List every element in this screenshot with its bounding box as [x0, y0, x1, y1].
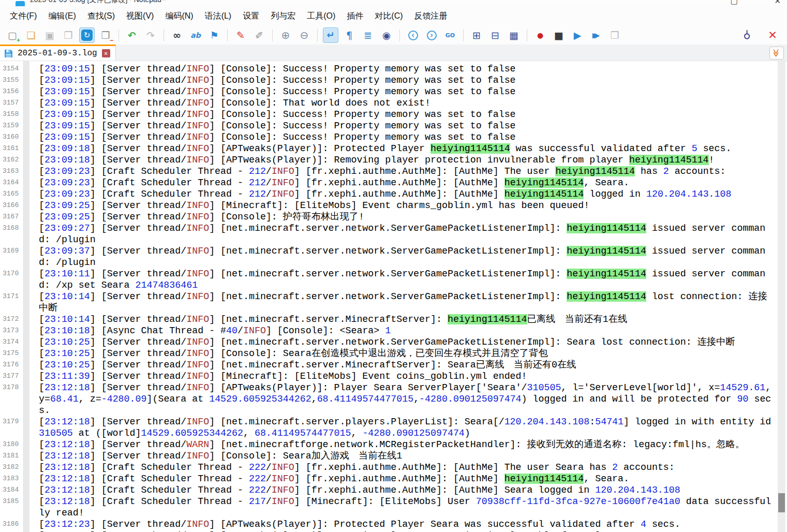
zoom-out-button[interactable]: ⊖ [296, 27, 312, 43]
menu-item-column-macro[interactable]: 列与宏 [265, 6, 301, 26]
line-number: 3162 [0, 154, 23, 166]
editor[interactable]: 3154[23:09:15] [Server thread/INFO] [Con… [0, 61, 787, 532]
show-symbols-button[interactable]: ◉ [379, 27, 394, 43]
log-text: [23:12:18] [Craft Scheduler Thread - 222… [30, 473, 773, 484]
macro-play-multi-button[interactable]: ▶▶ [588, 27, 604, 43]
menu-item-feedback[interactable]: 反馈注册 [409, 6, 453, 26]
log-text: [23:09:15] [Server thread/INFO] [Console… [30, 75, 773, 86]
indent-guide-button[interactable]: ≣ [360, 27, 376, 43]
replace-button[interactable]: ab [188, 27, 203, 43]
line-number: 3170 [0, 268, 23, 279]
log-line: 3167[23:09:25] [Server thread/INFO] [Con… [0, 211, 787, 223]
line-number: 3180 [0, 439, 23, 450]
menu-item-syntax[interactable]: 语法(L) [199, 6, 237, 26]
log-line: 3164[23:09:23] [Craft Scheduler Thread -… [0, 177, 787, 188]
zoom-in-icon: ⊕ [281, 30, 290, 40]
macro-play-multi-icon: ▶▶ [592, 32, 600, 39]
log-text: [23:11:39] [Server thread/INFO] [Minecra… [30, 371, 773, 382]
close-file-button[interactable]: ❐− [98, 27, 113, 43]
tab-overflow-button[interactable]: ≫ [769, 47, 784, 60]
menu-item-compare[interactable]: 对比(C) [369, 6, 408, 26]
macro-stop-icon: ■ [554, 31, 563, 40]
menu-item-plugins[interactable]: 插件 [341, 6, 369, 26]
undo-button[interactable]: ↶ [124, 27, 140, 43]
toolbar-separator [463, 29, 464, 41]
open-file-button[interactable]: ❏ [23, 27, 39, 43]
show-paragraph-button[interactable]: ¶ [341, 27, 357, 43]
toolbar-right: ⚲✕ [737, 27, 787, 43]
tab-close-button[interactable]: ✕ [102, 49, 110, 57]
menu-item-tools[interactable]: 工具(O) [301, 6, 341, 26]
column-edit-button[interactable]: ⊟ [487, 27, 503, 43]
clear-marks-icon: ✐ [255, 31, 263, 40]
replace-icon: ab [190, 32, 200, 39]
new-file-button[interactable]: ▢+ [5, 27, 20, 43]
clear-marks-button[interactable]: ✐ [251, 27, 267, 43]
log-text: [23:09:15] [Server thread/INFO] [Console… [30, 86, 773, 97]
maximize-button[interactable]: ▢ [731, 0, 738, 6]
log-line: 3158[23:09:15] [Server thread/INFO] [Con… [0, 109, 787, 120]
find-icon: ∞ [173, 31, 181, 40]
tab-2025-01-09-3-log[interactable]: 2025-01-09-3.log ✕ [0, 45, 116, 61]
menu-item-settings[interactable]: 设置 [237, 6, 265, 26]
bracket-select-button[interactable]: ⊞ [469, 27, 484, 43]
line-number: 3165 [0, 188, 23, 200]
menu-item-view[interactable]: 视图(V) [121, 6, 159, 26]
menu-item-encoding[interactable]: 编码(N) [159, 6, 199, 26]
line-number: 3166 [0, 200, 23, 211]
log-text: [23:12:18] [Craft Scheduler Thread - 222… [30, 462, 773, 473]
log-line: 3171[23:10:14] [Server thread/INFO] [net… [0, 291, 787, 314]
line-number: 3175 [0, 348, 23, 359]
macro-record-button[interactable]: ● [532, 27, 548, 43]
save-button[interactable]: ▣ [42, 27, 57, 43]
app-icon [16, 1, 25, 6]
line-number: 3183 [0, 473, 23, 484]
vertical-scrollbar[interactable] [778, 61, 785, 532]
line-number: 3181 [0, 450, 23, 462]
mark-highlight-button[interactable]: ✎ [233, 27, 248, 43]
close-toolbar-button[interactable]: ✕ [765, 27, 780, 43]
scrollbar-thumb[interactable] [778, 493, 785, 512]
nav-forward-button[interactable]: › [424, 27, 439, 43]
menu-bar: 文件(F)编辑(E)查找(S)视图(V)编码(N)语法(L)设置列与宏工具(O)… [0, 6, 787, 26]
pin-toolbar-button[interactable]: ⚲ [739, 27, 754, 43]
close-file-badge: − [110, 37, 113, 43]
monitor-view-button[interactable]: ▦ [506, 27, 522, 43]
zoom-in-button[interactable]: ⊕ [278, 27, 293, 43]
log-text: [23:09:18] [Server thread/INFO] [APTweak… [30, 143, 773, 154]
bookmark-button[interactable]: ⚑ [206, 27, 222, 43]
zoom-out-icon: ⊖ [300, 30, 309, 40]
menu-item-edit[interactable]: 编辑(E) [42, 6, 81, 26]
line-number: 3164 [0, 177, 23, 188]
open-file-icon: ❏ [26, 31, 35, 40]
log-text: [23:09:23] [Craft Scheduler Thread - 212… [30, 166, 773, 177]
save-all-button[interactable]: ❐ [61, 27, 76, 43]
line-number: 3167 [0, 211, 23, 223]
redo-icon: ↷ [146, 31, 155, 40]
log-line: 3174[23:10:25] [Server thread/INFO] [net… [0, 336, 787, 348]
reload-button[interactable]: ↻ [79, 27, 95, 43]
log-text: [23:09:15] [Server thread/INFO] [Console… [30, 131, 773, 143]
redo-button[interactable]: ↷ [143, 27, 158, 43]
macro-save-button[interactable]: ❐ [607, 27, 622, 43]
menu-item-search[interactable]: 查找(S) [82, 6, 121, 26]
log-line: 3166[23:09:25] [Server thread/INFO] [Min… [0, 200, 787, 211]
line-number: 3155 [0, 75, 23, 86]
word-wrap-button[interactable]: ↵ [323, 27, 338, 43]
macro-play-button[interactable]: ▶ [570, 27, 585, 43]
line-number: 3161 [0, 143, 23, 154]
menu-item-file[interactable]: 文件(F) [4, 6, 42, 26]
find-button[interactable]: ∞ [169, 27, 185, 43]
show-symbols-icon: ◉ [382, 31, 391, 40]
goto-line-button[interactable]: GO [442, 27, 458, 43]
chevron-double-down-icon: ≫ [773, 49, 780, 57]
window-close-button[interactable]: ✕ [774, 0, 781, 6]
nav-back-button[interactable]: ‹ [405, 27, 421, 43]
log-lines: 3154[23:09:15] [Server thread/INFO] [Con… [0, 61, 787, 532]
log-text: [23:09:15] [Server thread/INFO] [Console… [30, 97, 773, 109]
line-number: 3186 [0, 519, 23, 530]
line-number: 3158 [0, 109, 23, 120]
macro-stop-button[interactable]: ■ [551, 27, 567, 43]
log-line: 3161[23:09:18] [Server thread/INFO] [APT… [0, 143, 787, 154]
log-text: [23:12:18] [Server thread/INFO] [Console… [30, 450, 773, 462]
